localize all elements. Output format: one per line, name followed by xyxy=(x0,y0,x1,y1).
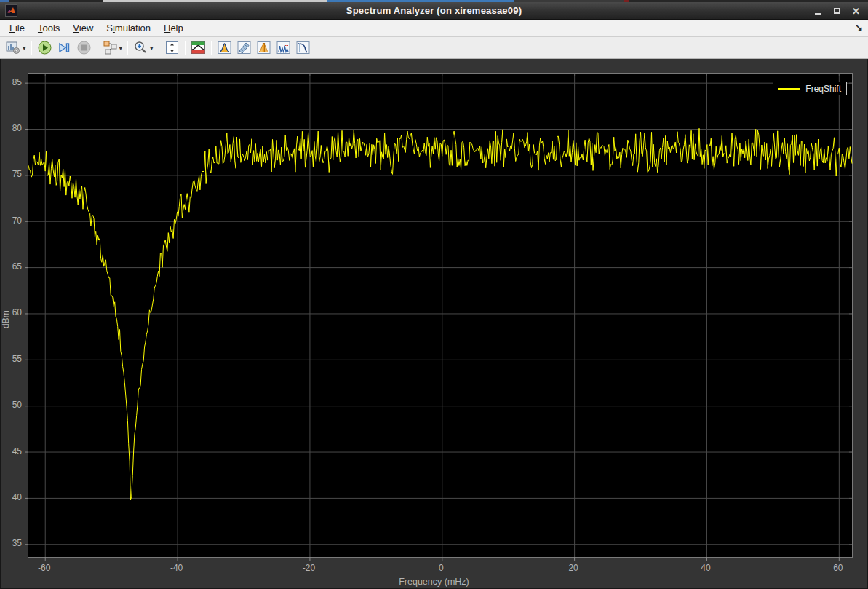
simulink-model-button[interactable]: ▾ xyxy=(101,39,124,58)
x-tick-label: 60 xyxy=(833,563,843,573)
freqshift-trace xyxy=(28,128,852,500)
legend-line-sample xyxy=(778,88,800,90)
ccdf-measurements-icon xyxy=(295,40,311,55)
menu-item-file[interactable]: File xyxy=(3,20,31,36)
step-forward-button[interactable] xyxy=(55,39,73,58)
menu-item-simulation[interactable]: Simulation xyxy=(100,20,157,36)
window-title: Spectrum Analyzer (on xiremeasae09) xyxy=(0,5,868,16)
toolbar-separator xyxy=(159,41,159,55)
stop-button[interactable] xyxy=(75,39,93,58)
plot-area[interactable]: FreqShift xyxy=(28,73,853,558)
y-tick-label: 40 xyxy=(1,492,22,502)
channel-measurements-button[interactable] xyxy=(255,39,273,58)
run-button[interactable] xyxy=(36,39,54,58)
y-tick-label: 35 xyxy=(1,538,22,548)
toolbar-separator xyxy=(127,41,128,55)
minimize-icon xyxy=(815,13,821,15)
legend-series-label: FreqShift xyxy=(805,84,841,93)
x-tick-label: 40 xyxy=(701,563,710,573)
toolbar-separator xyxy=(97,41,97,55)
y-tick-label: 65 xyxy=(1,261,22,272)
y-tick-label: 60 xyxy=(1,307,22,317)
menu-item-help[interactable]: Help xyxy=(157,20,190,36)
figure-background: dBm FreqShift -60-40-200204060 354045505… xyxy=(0,59,868,589)
x-tick-label: 20 xyxy=(568,563,578,573)
toolbar-separator xyxy=(211,41,212,55)
peak-finder-button[interactable] xyxy=(215,39,234,58)
x-tick-label: -60 xyxy=(38,563,50,573)
fit-axes-icon xyxy=(164,40,180,55)
y-tick-label: 70 xyxy=(1,216,22,226)
spectrum-trace xyxy=(28,128,852,500)
dropdown-caret-icon: ▾ xyxy=(23,44,26,52)
zoom-in-icon xyxy=(133,40,148,55)
dropdown-caret-icon: ▾ xyxy=(119,44,123,52)
channel-measurements-icon xyxy=(256,40,271,55)
close-button[interactable]: ✕ xyxy=(850,6,862,17)
maximize-icon xyxy=(834,8,840,14)
run-icon xyxy=(37,40,52,55)
legend[interactable]: FreqShift xyxy=(773,82,847,95)
minimize-button[interactable] xyxy=(812,6,824,17)
menu-item-tools[interactable]: Tools xyxy=(31,20,66,36)
fit-axes-button[interactable] xyxy=(163,39,181,58)
distortion-measurements-icon xyxy=(276,40,291,55)
cursor-measurements-button[interactable] xyxy=(235,39,253,58)
spectrum-analyzer-window: Spectrum Analyzer (on xiremeasae09) ✕ Fi… xyxy=(0,0,868,589)
menu-bar: FileToolsViewSimulationHelp ↘ xyxy=(0,20,868,37)
x-axis-label: Frequency (mHz) xyxy=(1,577,867,587)
spectrum-settings-button[interactable] xyxy=(189,39,207,58)
y-tick-label: 85 xyxy=(1,77,22,87)
toolbar-separator xyxy=(31,41,32,55)
plot-canvas xyxy=(28,74,852,557)
ccdf-measurements-button[interactable] xyxy=(294,39,312,58)
y-tick-label: 55 xyxy=(1,354,22,364)
maximize-button[interactable] xyxy=(831,6,843,17)
stop-icon xyxy=(76,40,92,55)
close-icon: ✕ xyxy=(852,7,860,16)
simulink-model-icon xyxy=(103,40,118,55)
peak-finder-icon xyxy=(217,40,232,55)
y-axis-label: dBm xyxy=(1,318,11,328)
configuration-icon xyxy=(6,40,21,55)
x-tick-label: -40 xyxy=(170,563,183,573)
y-tick-label: 80 xyxy=(1,123,22,133)
toolbar: ▾▾▾ xyxy=(0,37,868,59)
title-bar[interactable]: Spectrum Analyzer (on xiremeasae09) ✕ xyxy=(0,2,868,20)
y-tick-label: 75 xyxy=(1,169,22,179)
x-tick-label: -20 xyxy=(303,563,315,573)
dock-icon[interactable]: ↘ xyxy=(855,22,863,33)
spectrum-settings-icon xyxy=(191,40,206,55)
window-controls: ✕ xyxy=(812,2,862,20)
distortion-measurements-button[interactable] xyxy=(274,39,292,58)
y-tick-label: 50 xyxy=(1,400,22,410)
x-tick-label: 0 xyxy=(439,563,444,573)
dropdown-caret-icon: ▾ xyxy=(150,44,154,52)
configuration-button[interactable]: ▾ xyxy=(4,39,28,58)
toolbar-separator xyxy=(185,41,186,55)
y-tick-label: 45 xyxy=(1,446,22,456)
zoom-in-button[interactable]: ▾ xyxy=(132,39,155,58)
cursor-measurements-icon xyxy=(236,40,252,55)
step-forward-icon xyxy=(57,40,72,55)
menu-item-view[interactable]: View xyxy=(66,20,100,36)
